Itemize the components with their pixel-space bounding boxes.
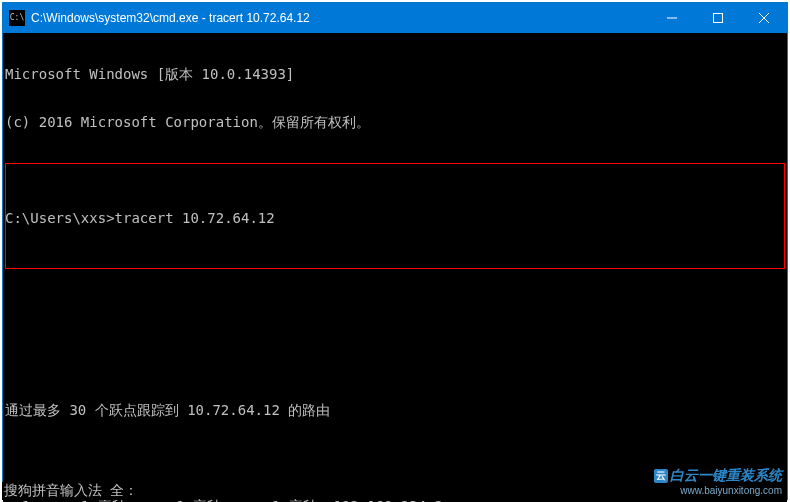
cmd-window: C:\Windows\system32\cmd.exe - tracert 10…	[2, 2, 788, 500]
window-controls	[649, 3, 787, 33]
system-menu-icon[interactable]	[9, 10, 25, 26]
terminal-output[interactable]: Microsoft Windows [版本 10.0.14393] (c) 20…	[3, 33, 787, 502]
close-button[interactable]	[741, 3, 787, 33]
prompt-line: C:\Users\xxs>tracert 10.72.64.12	[5, 210, 787, 226]
svg-rect-0	[714, 14, 723, 23]
route-intro-line: 通过最多 30 个跃点跟踪到 10.72.64.12 的路由	[5, 402, 787, 418]
copyright-line: (c) 2016 Microsoft Corporation。保留所有权利。	[5, 114, 787, 130]
titlebar[interactable]: C:\Windows\system32\cmd.exe - tracert 10…	[3, 3, 787, 33]
close-icon	[759, 13, 769, 23]
ime-status-text: 搜狗拼音输入法 全：	[4, 482, 138, 498]
minimize-icon	[667, 13, 677, 23]
maximize-button[interactable]	[695, 3, 741, 33]
blank-line	[5, 354, 787, 370]
window-title: C:\Windows\system32\cmd.exe - tracert 10…	[31, 11, 649, 25]
blank-line	[5, 258, 787, 274]
header-line: Microsoft Windows [版本 10.0.14393]	[5, 66, 787, 82]
blank-line	[5, 162, 787, 178]
ime-status-bar: 搜狗拼音输入法 全：	[2, 482, 138, 500]
minimize-button[interactable]	[649, 3, 695, 33]
blank-line	[5, 306, 787, 322]
blank-line	[5, 450, 787, 466]
maximize-icon	[713, 13, 723, 23]
